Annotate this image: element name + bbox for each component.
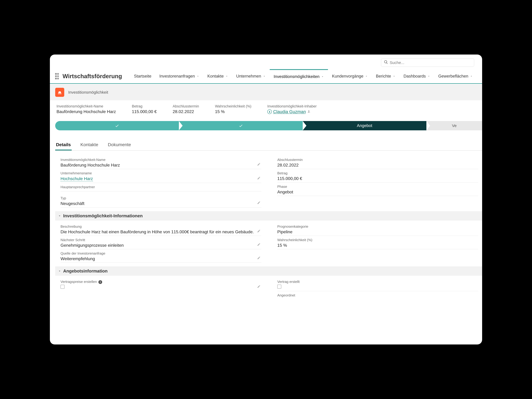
tab-kontakte[interactable]: Kontakte xyxy=(80,140,99,150)
field-company: Unternehmensname Hochschule Harz xyxy=(61,169,261,183)
summary-close-date: Abschlusstermin 28.02.2022 xyxy=(173,104,199,114)
chevron-down-icon xyxy=(225,75,228,78)
search-input[interactable] xyxy=(390,60,471,65)
tab-details[interactable]: Details xyxy=(55,140,72,150)
stage-current[interactable]: Angebot xyxy=(303,121,426,130)
chevron-down-icon xyxy=(365,75,368,78)
nav-gewerbeflaechen[interactable]: Gewerbeflächen xyxy=(434,69,477,83)
field-type: Typ Neugeschäft xyxy=(61,194,261,208)
detail-panel: Investitionsmöglichkeit-Name Bauförderun… xyxy=(55,153,482,344)
chevron-down-icon xyxy=(427,75,430,78)
edit-icon[interactable] xyxy=(257,256,260,261)
field-name: Investitionsmöglichkeit-Name Bauförderun… xyxy=(61,156,261,169)
search-icon xyxy=(384,60,390,65)
chevron-down-icon xyxy=(393,75,396,78)
nav-unternehmen[interactable]: Unternehmen xyxy=(232,69,270,83)
avatar-icon xyxy=(267,109,272,114)
nav-startseite[interactable]: Startseite xyxy=(130,69,155,83)
stage-path: Angebot Ve xyxy=(55,121,482,130)
nav-dashboards[interactable]: Dashboards xyxy=(399,69,434,83)
checkbox-contract-created[interactable] xyxy=(277,285,281,289)
field-create-contract-prices: Vertragspreise erstelleni xyxy=(61,278,261,291)
section-offer-header[interactable]: Angebotsinformation xyxy=(55,266,482,276)
nav-berichte[interactable]: Berichte xyxy=(372,69,399,83)
app-name: Wirtschaftsförderung xyxy=(63,73,122,80)
field-contract-created: Vertrag erstellt xyxy=(277,278,478,291)
field-probability: Wahrscheinlichkeit (%) 15 % xyxy=(277,236,478,249)
edit-icon[interactable] xyxy=(257,176,260,181)
edit-icon[interactable] xyxy=(257,162,260,167)
section-info-header[interactable]: Investitionsmöglichkeit-Informationen xyxy=(55,211,482,221)
summary-amount: Betrag 115.000,00 € xyxy=(132,104,157,114)
summary-name: Investitionsmöglichkeit-Name Bauförderun… xyxy=(57,104,116,114)
global-search[interactable] xyxy=(381,58,474,67)
field-ordered: Angeordnet xyxy=(277,291,478,299)
change-owner-icon[interactable] xyxy=(307,109,310,114)
field-forecast-category: Prognosenkategorie Pipeline xyxy=(277,222,478,236)
tab-dokumente[interactable]: Dokumente xyxy=(107,140,132,150)
chevron-down-icon xyxy=(58,269,61,273)
chevron-down-icon xyxy=(321,75,324,78)
checkbox-contract-prices[interactable] xyxy=(61,285,64,289)
stage-done-1[interactable] xyxy=(55,121,179,130)
nav-investitionsmoeglichkeiten[interactable]: Investitionsmöglichkeiten xyxy=(270,69,328,83)
info-icon[interactable]: i xyxy=(98,280,102,284)
field-lead-source: Quelle der Investorenanfrage Weiterempfe… xyxy=(61,249,261,263)
stage-done-2[interactable] xyxy=(179,121,303,130)
detail-tabs: Details Kontakte Dokumente xyxy=(55,140,482,151)
opportunity-icon xyxy=(55,88,64,97)
chevron-down-icon xyxy=(58,214,61,218)
owner-link[interactable]: Claudia Guzman xyxy=(273,109,306,114)
field-next-step: Nächster Schritt Genehmigungsprozesse ei… xyxy=(61,236,261,249)
edit-icon[interactable] xyxy=(257,242,260,247)
summary-probability: Wahrscheinlichkeit (%) 15 % xyxy=(215,104,251,114)
chevron-down-icon xyxy=(196,75,199,78)
record-type-label: Investitionsmöglichkeit xyxy=(68,90,108,95)
chevron-down-icon xyxy=(263,75,266,78)
company-link[interactable]: Hochschule Harz xyxy=(61,176,93,181)
field-amount: Betrag 115.000,00 € xyxy=(277,169,478,183)
edit-icon[interactable] xyxy=(257,200,260,205)
main-nav: Wirtschaftsförderung Startseite Investor… xyxy=(50,69,482,84)
field-close-date: Abschlusstermin 28.02.2022 xyxy=(277,156,478,169)
edit-icon[interactable] xyxy=(257,284,260,289)
chevron-down-icon xyxy=(470,75,473,78)
edit-icon[interactable] xyxy=(257,229,260,234)
stage-future-partial[interactable]: Ve xyxy=(426,121,482,130)
field-description: Beschreibung Die Hochschule Harz hat ein… xyxy=(61,222,261,236)
nav-kundenvorgaenge[interactable]: Kundenvorgänge xyxy=(328,69,372,83)
field-contact: Hauptansprechpartner xyxy=(61,183,261,191)
record-header: Investitionsmöglichkeit xyxy=(50,84,482,100)
app-launcher-icon[interactable] xyxy=(55,73,58,79)
nav-kontakte[interactable]: Kontakte xyxy=(203,69,232,83)
summary-row: Investitionsmöglichkeit-Name Bauförderun… xyxy=(50,100,482,119)
nav-investorenanfragen[interactable]: Investorenanfragen xyxy=(155,69,203,83)
field-phase: Phase Angebot xyxy=(277,183,478,196)
summary-owner: Investitionsmöglichkeit-Inhaber Claudia … xyxy=(267,104,317,114)
